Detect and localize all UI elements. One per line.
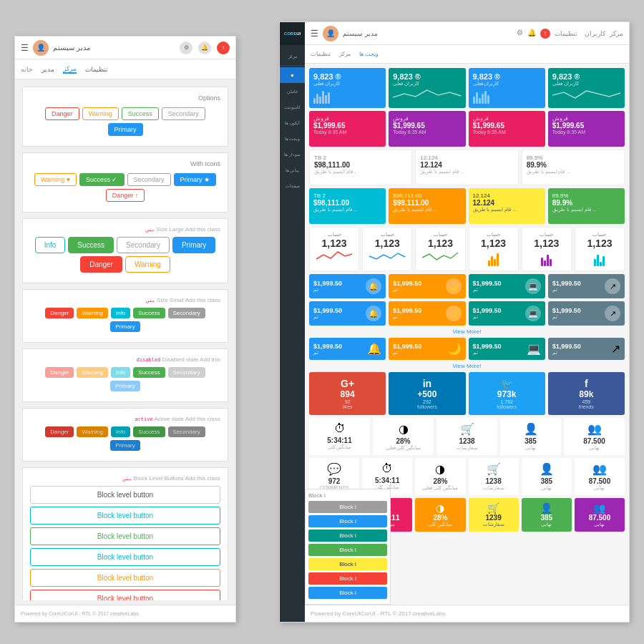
btn-secondary[interactable]: Secondary	[162, 107, 205, 120]
counter-chart-1	[314, 249, 354, 262]
btn-warning-sm[interactable]: Warning	[77, 308, 108, 318]
btn-success[interactable]: Success	[122, 107, 159, 120]
hamburger-icon[interactable]: ☰	[21, 43, 29, 53]
metric-percent: ◑ 28% میانگین کلی فعلی	[373, 418, 434, 455]
colored-metric-label-6: نهایی	[579, 522, 620, 527]
sidebar-item-pages[interactable]: بیانن ها	[280, 162, 305, 177]
btn-warning[interactable]: Warning	[82, 107, 119, 120]
btn-danger-icon[interactable]: Danger ↑	[106, 189, 145, 202]
sidebar-item-center[interactable]: مرکز	[280, 48, 305, 64]
btn-secondary-disabled[interactable]: Secondary	[168, 367, 205, 378]
right-settings-text[interactable]: تنظیمات	[555, 30, 577, 37]
right-block-btn-6[interactable]: Block l	[308, 572, 387, 585]
sidebar-item-users[interactable]: عاملن	[280, 83, 305, 99]
price-label-3: فروش	[473, 115, 541, 122]
btn-danger[interactable]: Danger	[45, 107, 79, 120]
right-nav-center[interactable]: مرکز	[339, 51, 351, 57]
block-btn-danger[interactable]: Block level button	[30, 590, 220, 600]
price-icon-9: $1,999.50 ثم 🔔	[309, 338, 386, 360]
right-block-btn-5[interactable]: Block l	[308, 558, 387, 570]
block-btn-info[interactable]: Block level button	[30, 507, 220, 525]
block-btn-warning[interactable]: Block level button	[30, 569, 220, 587]
right-nav-widgets[interactable]: ویجت ها	[359, 51, 379, 57]
btn-warning-lg[interactable]: Warning	[125, 256, 170, 273]
right-block-btn-7[interactable]: Block l	[308, 587, 387, 599]
alert-icon[interactable]: !	[217, 42, 230, 54]
metric-time-value: 5:34:11	[313, 436, 366, 444]
hamburger-right[interactable]: ☰	[311, 29, 318, 39]
btn-warning-disabled[interactable]: Warning	[77, 367, 108, 378]
colored-metric-value-5: 385	[526, 514, 567, 522]
btn-success-sm[interactable]: Success	[133, 308, 165, 318]
btn-success-disabled[interactable]: Success	[133, 367, 165, 378]
btn-success-lg[interactable]: Success	[68, 237, 114, 253]
right-bell-icon[interactable]: 🔔	[527, 29, 536, 39]
twitter-label: followers	[473, 404, 541, 409]
right-screenshot-panel: CORE UI مرکز ■ عاملن کامپوننت آیکون ها	[279, 21, 630, 623]
price-stat-1: فروش $1,999.65 Today 8:35 AM	[309, 111, 386, 147]
price-icon-2: $1,999.50 ثم 🌙	[389, 274, 465, 298]
btn-secondary-icon[interactable]: Secondary	[127, 173, 171, 186]
users-icon-colored: 👥	[579, 502, 620, 514]
btn-success-active[interactable]: Success	[133, 426, 165, 437]
btn-secondary-sm[interactable]: Secondary	[168, 308, 205, 318]
right-block-btn-2[interactable]: Block l	[308, 515, 387, 527]
btn-primary-active[interactable]: Primary	[110, 440, 140, 451]
sidebar-item-widgets[interactable]: ویجت ها	[280, 130, 305, 146]
sidebar-item-charts[interactable]: نمودار ها	[280, 146, 305, 162]
right-alert-icon[interactable]: !	[540, 29, 550, 39]
nav-center[interactable]: مرکز	[63, 65, 77, 74]
btn-primary-icon[interactable]: Primary ★	[174, 173, 217, 186]
sidebar-item-components[interactable]: کامپوننت	[280, 99, 305, 114]
right-block-btn-4[interactable]: Block l	[308, 544, 387, 556]
btn-warning-active[interactable]: Warning	[77, 426, 108, 437]
btn-primary[interactable]: Primary	[108, 123, 143, 136]
btn-danger-sm[interactable]: Danger	[45, 308, 74, 318]
right-users-text[interactable]: کاربران	[585, 30, 605, 37]
btn-primary-sm[interactable]: Primary	[110, 321, 140, 332]
sidebar-item-icons[interactable]: آیکون ها	[280, 114, 305, 130]
metric-orders-label: سفارشات	[441, 445, 493, 451]
counter-chart-2	[367, 249, 407, 262]
btn-secondary-lg[interactable]: Secondary	[117, 237, 170, 253]
google-label: likes	[313, 404, 381, 409]
settings-icon[interactable]: ⚙	[180, 42, 192, 54]
btn-danger-lg[interactable]: Danger	[80, 256, 122, 273]
block-btn-cyan[interactable]: Block level button	[30, 548, 220, 566]
sidebar-item-settings[interactable]: صفحات	[280, 177, 305, 193]
right-center-text[interactable]: مرکز	[610, 30, 623, 37]
btn-primary-disabled[interactable]: Primary	[110, 381, 140, 391]
right-block-btn-1[interactable]: Block l	[308, 501, 387, 513]
metric-users-label-2: نهایی	[526, 485, 567, 491]
btn-success-icon[interactable]: Success ✓	[79, 173, 125, 186]
btn-info-active[interactable]: Info	[111, 426, 130, 437]
btn-info-sm[interactable]: Info	[111, 308, 130, 318]
btn-primary-lg[interactable]: Primary	[172, 237, 215, 253]
price-icon-1: $1,999.50 ثم 🔔	[309, 274, 386, 298]
btn-secondary-active[interactable]: Secondary	[168, 426, 205, 437]
block-btn-default[interactable]: Block level button	[30, 486, 220, 504]
right-settings-icon[interactable]: ⚙	[517, 29, 523, 39]
block-btn-success[interactable]: Block level button	[30, 527, 220, 545]
size-large-section: بتن Size Large Add this class Info Succe…	[22, 218, 228, 283]
btn-warning-icon[interactable]: Warning ♥	[34, 173, 77, 186]
price-share-icon-3: ↗	[611, 342, 620, 356]
nav-manager[interactable]: مدیر	[42, 66, 54, 73]
right-block-btn-3[interactable]: Block l	[308, 530, 387, 542]
with-icons-title: With Icons	[30, 160, 220, 167]
counter-1: حساب 1,123	[309, 227, 359, 271]
right-nav-settings[interactable]: تنظیمات	[311, 51, 331, 57]
price-laptop-icon-2: 💻	[525, 306, 541, 321]
notifications-icon[interactable]: 🔔	[198, 42, 211, 54]
nav-home[interactable]: خانه	[21, 66, 33, 73]
view-more-link[interactable]: View More!	[309, 328, 625, 335]
btn-info-lg[interactable]: Info	[35, 237, 66, 253]
view-more-link-2[interactable]: View More!	[309, 363, 625, 369]
btn-danger-active[interactable]: Danger	[45, 426, 74, 437]
btn-info-disabled[interactable]: Info	[111, 367, 130, 378]
btn-danger-disabled[interactable]: Danger	[45, 367, 74, 378]
metric-percent-value-2: 28%	[419, 477, 461, 485]
right-user-name: مدیر سیستم	[343, 30, 378, 37]
sidebar-item-dashboard[interactable]: ■	[280, 67, 305, 83]
nav-settings[interactable]: تنظیمات	[85, 66, 108, 73]
